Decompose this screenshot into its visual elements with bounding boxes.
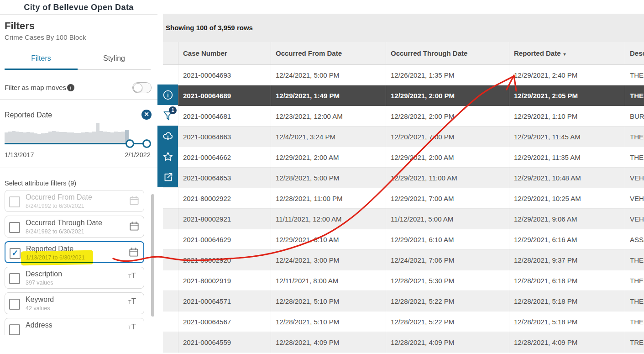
- histogram-bar: [12, 131, 16, 143]
- table-row[interactable]: 2021-0006457112/28/2021, 5:10 PM12/28/20…: [163, 291, 644, 312]
- remove-filter-icon[interactable]: ✕: [141, 110, 152, 120]
- slider-handle-right[interactable]: [142, 139, 151, 148]
- favorite-tool-icon[interactable]: [157, 146, 178, 167]
- filter-card-title: Keyword: [26, 296, 54, 304]
- column-header-descr[interactable]: Descr: [625, 42, 644, 64]
- cell-through: 12/28/2021, 5:30 PM: [386, 270, 509, 291]
- table-row[interactable]: 2021-0006468912/29/2021, 1:49 PM12/29/20…: [163, 85, 644, 106]
- filter-card-reported-date[interactable]: ✓Reported Date1/13/2017 to 6/30/2021: [5, 241, 144, 263]
- histogram-bar: [48, 132, 52, 143]
- cell-reported: 12/29/2021, 6:16 AM: [509, 229, 625, 250]
- cell-case: 2021-00064662: [178, 147, 271, 168]
- column-header-label: Case Number: [183, 49, 227, 57]
- column-header-label: Occurred From Date: [276, 49, 342, 57]
- cell-from: 12/28/2021, 4:09 PM: [271, 332, 386, 353]
- cell-from: 12/29/2021, 6:10 AM: [271, 229, 386, 250]
- filter-checkbox[interactable]: [9, 222, 20, 233]
- filter-card-range: 8/24/1992 to 6/30/2021: [26, 203, 84, 209]
- calendar-icon: [128, 195, 139, 206]
- column-header-occurred-through-date[interactable]: Occurred Through Date: [386, 42, 509, 64]
- export-tool-icon[interactable]: [157, 167, 178, 187]
- date-slider-title: Reported Date: [5, 111, 52, 119]
- cell-through: 12/26/2021, 1:35 PM: [386, 65, 509, 85]
- download-tool-icon[interactable]: [157, 126, 178, 146]
- app-title: City of Bellevue Open Data: [0, 3, 157, 12]
- cell-case: 2021-00064681: [178, 106, 271, 127]
- row-gutter: [163, 332, 178, 353]
- cell-desc: BURG: [625, 106, 644, 127]
- info-tooltip-icon[interactable]: i: [67, 84, 74, 91]
- cell-from: 12/29/2021, 2:00 AM: [271, 147, 386, 168]
- table-row[interactable]: 2021-8000292012/24/2021, 3:00 PM12/24/20…: [163, 250, 644, 270]
- date-slider-track: [5, 143, 146, 144]
- histogram-bar: [81, 132, 85, 143]
- cell-from: 12/28/2021, 5:10 PM: [271, 312, 386, 332]
- cell-from: 11/11/2021, 12:00 AM: [271, 209, 386, 229]
- filter-card-occurred-through-date[interactable]: Occurred Through Date8/24/1992 to 6/30/2…: [5, 216, 144, 238]
- filter-card-occurred-from-date[interactable]: Occurred From Date8/24/1992 to 6/30/2021: [5, 190, 144, 212]
- tab-styling[interactable]: Styling: [78, 54, 151, 63]
- column-header-case-number[interactable]: Case Number: [178, 42, 271, 64]
- filter-checkbox[interactable]: [9, 273, 20, 284]
- filter-card-range: 42 values: [26, 305, 50, 312]
- filter-as-map-moves-toggle[interactable]: [132, 82, 152, 93]
- histogram-bar: [5, 132, 8, 143]
- cell-case: 2021-00064629: [178, 229, 271, 250]
- column-header-reported-date[interactable]: Reported Date▾: [509, 42, 625, 64]
- histogram-bar: [30, 132, 34, 143]
- histogram-bar: [85, 132, 89, 143]
- text-icon: TT: [128, 322, 139, 333]
- table-row[interactable]: 2021-0006462912/29/2021, 6:10 AM12/29/20…: [163, 229, 644, 250]
- histogram-bar: [45, 133, 48, 143]
- histogram-bar: [103, 132, 107, 143]
- histogram-bar: [89, 132, 92, 143]
- info-tool-icon[interactable]: [157, 85, 178, 105]
- table-row[interactable]: 2021-0006456712/28/2021, 5:10 PM12/28/20…: [163, 312, 644, 332]
- table-row[interactable]: 2021-8000292212/28/2021, 11:00 PM12/29/2…: [163, 188, 644, 209]
- cell-desc: VEH: [625, 209, 644, 229]
- toggle-knob: [133, 83, 142, 92]
- histogram-bar: [26, 132, 30, 143]
- table-row[interactable]: 2021-0006469312/24/2021, 5:00 PM12/26/20…: [163, 65, 644, 85]
- tab-filters[interactable]: Filters: [5, 54, 78, 63]
- histogram-bar: [19, 132, 23, 143]
- filter-card-keyword[interactable]: Keyword42 valuesTT: [5, 292, 144, 314]
- cell-from: 12/4/2021, 3:24 PM: [271, 127, 386, 147]
- filter-checkbox[interactable]: [9, 299, 20, 310]
- cell-through: 12/29/2021, 7:00 AM: [386, 188, 509, 209]
- table-header-row: Case NumberOccurred From DateOccurred Th…: [163, 42, 644, 65]
- cell-reported: 12/29/2021, 10:25 AM: [509, 188, 625, 209]
- filter-checkbox[interactable]: [9, 196, 20, 207]
- table-row[interactable]: 2021-0006465312/28/2021, 5:00 PM12/29/20…: [163, 168, 644, 188]
- cell-desc: VEH: [625, 188, 644, 209]
- filter-checkbox[interactable]: ✓: [10, 248, 21, 259]
- cell-from: 12/28/2021, 11:00 PM: [271, 188, 386, 209]
- cell-desc: THEF: [625, 291, 644, 312]
- filter-card-title: Description: [26, 270, 62, 278]
- tab-underline: [78, 69, 151, 70]
- histogram-bar: [99, 131, 103, 143]
- table-row[interactable]: 2021-0006468112/23/2021, 12:00 AM12/28/2…: [163, 106, 644, 127]
- slider-handle-left[interactable]: [126, 139, 134, 148]
- column-header-occurred-from-date[interactable]: Occurred From Date: [271, 42, 386, 64]
- cell-case: 2021-00064663: [178, 127, 271, 147]
- table-row[interactable]: 2021-0006466212/29/2021, 2:00 AM12/29/20…: [163, 147, 644, 168]
- histogram-bar: [121, 132, 125, 143]
- filter-list-scrollbar[interactable]: [151, 194, 154, 317]
- text-icon: TT: [128, 271, 139, 282]
- filter-card-address[interactable]: AddressTT: [5, 318, 144, 335]
- cell-desc: THEF: [625, 270, 644, 291]
- table-row[interactable]: 2021-8000291912/11/2021, 8:00 AM12/28/20…: [163, 270, 644, 291]
- histogram-bar: [8, 132, 12, 143]
- filter-card-title: Occurred From Date: [26, 193, 92, 201]
- filter-tool-icon[interactable]: 1: [157, 105, 178, 126]
- table-row[interactable]: 2021-0006466312/4/2021, 3:24 PM12/20/202…: [163, 127, 644, 147]
- filter-card-description[interactable]: Description397 valuesTT: [5, 267, 144, 289]
- cell-from: 12/28/2021, 5:00 PM: [271, 168, 386, 188]
- table-row[interactable]: 2021-0006455912/28/2021, 4:09 PM12/28/20…: [163, 332, 644, 353]
- filter-checkbox[interactable]: [9, 324, 20, 335]
- row-gutter: [163, 270, 178, 291]
- title-divider: [0, 14, 157, 15]
- table-row[interactable]: 2021-8000292111/11/2021, 12:00 AM11/12/2…: [163, 209, 644, 229]
- attribute-filter-list: Occurred From Date8/24/1992 to 6/30/2021…: [5, 190, 145, 335]
